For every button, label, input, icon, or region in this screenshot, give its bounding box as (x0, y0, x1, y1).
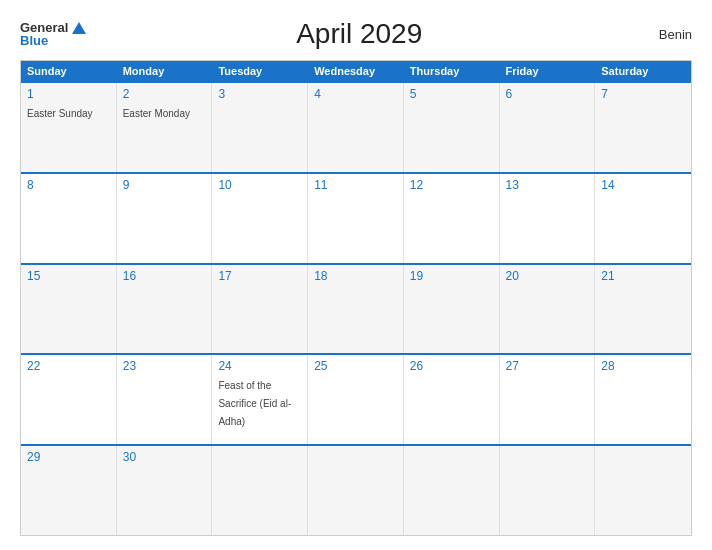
day-number: 20 (506, 269, 589, 283)
calendar-cell: 28 (595, 355, 691, 444)
calendar-week-4: 222324Feast of the Sacrifice (Eid al-Adh… (21, 353, 691, 444)
day-number: 22 (27, 359, 110, 373)
logo: General Blue (20, 21, 86, 47)
logo-blue-text: Blue (20, 34, 48, 47)
col-saturday: Saturday (595, 61, 691, 81)
col-monday: Monday (117, 61, 213, 81)
day-number: 7 (601, 87, 685, 101)
calendar-week-5: 2930 (21, 444, 691, 535)
calendar-cell: 29 (21, 446, 117, 535)
calendar-cell: 26 (404, 355, 500, 444)
day-number: 9 (123, 178, 206, 192)
calendar-cell: 25 (308, 355, 404, 444)
col-friday: Friday (500, 61, 596, 81)
calendar-week-3: 15161718192021 (21, 263, 691, 354)
calendar-cell: 11 (308, 174, 404, 263)
calendar-week-1: 1Easter Sunday2Easter Monday34567 (21, 81, 691, 172)
day-number: 13 (506, 178, 589, 192)
calendar-cell: 12 (404, 174, 500, 263)
calendar-cell (500, 446, 596, 535)
col-thursday: Thursday (404, 61, 500, 81)
calendar-cell: 20 (500, 265, 596, 354)
day-number: 5 (410, 87, 493, 101)
calendar-cell: 10 (212, 174, 308, 263)
day-number: 30 (123, 450, 206, 464)
col-wednesday: Wednesday (308, 61, 404, 81)
calendar-cell: 7 (595, 83, 691, 172)
calendar-cell: 4 (308, 83, 404, 172)
calendar-cell: 1Easter Sunday (21, 83, 117, 172)
page: General Blue April 2029 Benin Sunday Mon… (0, 0, 712, 550)
calendar-cell: 14 (595, 174, 691, 263)
day-number: 3 (218, 87, 301, 101)
calendar-cell: 24Feast of the Sacrifice (Eid al-Adha) (212, 355, 308, 444)
day-number: 14 (601, 178, 685, 192)
day-number: 28 (601, 359, 685, 373)
calendar-cell: 6 (500, 83, 596, 172)
calendar-cell (595, 446, 691, 535)
calendar-cell: 3 (212, 83, 308, 172)
calendar-title: April 2029 (86, 18, 632, 50)
calendar-cell (404, 446, 500, 535)
calendar-header-row: Sunday Monday Tuesday Wednesday Thursday… (21, 61, 691, 81)
day-event: Feast of the Sacrifice (Eid al-Adha) (218, 380, 291, 427)
col-tuesday: Tuesday (212, 61, 308, 81)
day-number: 15 (27, 269, 110, 283)
day-number: 11 (314, 178, 397, 192)
calendar-cell (212, 446, 308, 535)
day-number: 25 (314, 359, 397, 373)
calendar-cell: 30 (117, 446, 213, 535)
day-number: 12 (410, 178, 493, 192)
country-label: Benin (632, 27, 692, 42)
calendar-cell: 22 (21, 355, 117, 444)
day-number: 21 (601, 269, 685, 283)
calendar-cell: 27 (500, 355, 596, 444)
calendar-cell: 19 (404, 265, 500, 354)
day-number: 19 (410, 269, 493, 283)
calendar-cell: 18 (308, 265, 404, 354)
day-number: 2 (123, 87, 206, 101)
calendar-cell: 16 (117, 265, 213, 354)
day-number: 26 (410, 359, 493, 373)
col-sunday: Sunday (21, 61, 117, 81)
calendar-cell (308, 446, 404, 535)
day-number: 8 (27, 178, 110, 192)
header: General Blue April 2029 Benin (20, 18, 692, 50)
calendar-cell: 2Easter Monday (117, 83, 213, 172)
calendar: Sunday Monday Tuesday Wednesday Thursday… (20, 60, 692, 536)
day-number: 4 (314, 87, 397, 101)
day-number: 27 (506, 359, 589, 373)
day-number: 10 (218, 178, 301, 192)
day-number: 16 (123, 269, 206, 283)
day-event: Easter Sunday (27, 108, 93, 119)
logo-triangle-icon (72, 22, 86, 34)
calendar-body: 1Easter Sunday2Easter Monday345678910111… (21, 81, 691, 535)
day-number: 1 (27, 87, 110, 101)
calendar-cell: 23 (117, 355, 213, 444)
calendar-cell: 17 (212, 265, 308, 354)
day-number: 24 (218, 359, 301, 373)
day-number: 17 (218, 269, 301, 283)
day-event: Easter Monday (123, 108, 190, 119)
day-number: 29 (27, 450, 110, 464)
calendar-cell: 15 (21, 265, 117, 354)
day-number: 6 (506, 87, 589, 101)
calendar-week-2: 891011121314 (21, 172, 691, 263)
calendar-cell: 13 (500, 174, 596, 263)
day-number: 18 (314, 269, 397, 283)
calendar-cell: 5 (404, 83, 500, 172)
day-number: 23 (123, 359, 206, 373)
calendar-cell: 9 (117, 174, 213, 263)
calendar-cell: 8 (21, 174, 117, 263)
calendar-cell: 21 (595, 265, 691, 354)
